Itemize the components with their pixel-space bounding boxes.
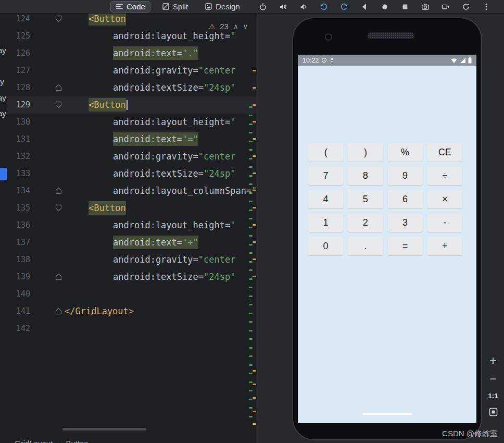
back-button[interactable] (360, 2, 369, 11)
code-token-attr: android:gravity= (113, 65, 198, 76)
line-number: 131 (7, 131, 30, 148)
tab-split[interactable]: Split (157, 1, 193, 13)
calc-button--[interactable]: - (427, 214, 462, 232)
line-number: 141 (7, 303, 30, 320)
zoom-in-button[interactable]: + (489, 355, 496, 366)
tab-code[interactable]: Code (110, 1, 150, 13)
scroll-marker (249, 175, 253, 177)
warning-count: 23 (220, 22, 229, 31)
fold-marker-icon[interactable] (30, 200, 65, 217)
code-line-140[interactable]: 140 (7, 286, 257, 303)
code-text: android:text="+" (65, 234, 257, 251)
tab-design[interactable]: Design (199, 1, 245, 13)
code-line-137[interactable]: 137android:text="+" (7, 234, 257, 251)
breadcrumb-item-button[interactable]: Button (66, 439, 88, 443)
calc-button-+[interactable]: + (427, 237, 462, 255)
breadcrumb-item-gridlayout[interactable]: GridLayout (15, 439, 53, 443)
status-time: 10:22 (303, 57, 319, 64)
home-button[interactable] (381, 2, 389, 11)
fold-marker-icon[interactable] (30, 303, 65, 320)
view-mode-tabs: Code Split Design (110, 1, 245, 13)
fold-marker-icon[interactable] (30, 79, 65, 96)
calc-button-×[interactable]: × (427, 190, 462, 208)
scroll-marker (253, 411, 256, 412)
code-line-142[interactable]: 142 (7, 320, 257, 337)
calc-button-7[interactable]: 7 (308, 167, 343, 185)
calc-button-.[interactable]: . (348, 237, 383, 255)
gutter (30, 234, 65, 251)
calc-button-CE[interactable]: CE (427, 143, 462, 162)
code-line-133[interactable]: 133android:textSize="24sp" (7, 165, 257, 182)
prev-warning-button[interactable]: ∧ (233, 22, 238, 30)
horizontal-scrollbar[interactable] (62, 428, 146, 430)
calc-button-)[interactable]: ) (348, 143, 383, 162)
scroll-marker (249, 201, 253, 202)
zoom-to-fit-button[interactable] (489, 408, 498, 416)
calc-button-÷[interactable]: ÷ (427, 167, 462, 185)
code-line-136[interactable]: 136android:layout_height=" (7, 217, 257, 234)
overview-button[interactable] (401, 2, 410, 11)
overview-icon (401, 3, 409, 11)
fold-marker-icon[interactable] (30, 14, 65, 28)
code-line-141[interactable]: 141</GridLayout> (7, 303, 257, 320)
calc-button-([interactable]: ( (308, 143, 343, 162)
code-text: android:text="." (65, 45, 257, 62)
calc-button-1[interactable]: 1 (308, 214, 343, 232)
scroll-marker (253, 207, 256, 208)
calc-button-3[interactable]: 3 (388, 214, 423, 232)
calc-button-4[interactable]: 4 (308, 190, 343, 208)
calc-button-%[interactable]: % (388, 143, 423, 162)
code-line-128[interactable]: 128android:textSize="24sp" (7, 79, 257, 96)
camera-button[interactable] (421, 2, 430, 11)
screen-record-icon (442, 3, 450, 11)
scroll-marker (249, 227, 253, 228)
power-button[interactable] (259, 2, 268, 11)
fold-marker-icon[interactable] (30, 182, 65, 200)
volume-up-button[interactable] (279, 2, 288, 11)
inspection-widget[interactable]: ⚠ 23 ∧ ∨ (204, 21, 253, 32)
scroll-marker (249, 261, 253, 263)
code-line-130[interactable]: 130android:layout_height=" (7, 114, 257, 131)
line-number: 125 (7, 28, 30, 45)
scroll-marker (253, 190, 256, 191)
zoom-actual-size-button[interactable]: 1:1 (488, 392, 498, 400)
code-line-132[interactable]: 132android:gravity="center (7, 148, 257, 165)
scroll-marker (249, 364, 253, 366)
code-line-138[interactable]: 138android:gravity="center (7, 251, 257, 268)
more-button[interactable] (482, 2, 491, 11)
device-screen[interactable]: 10:22 (298, 55, 476, 423)
calc-button-2[interactable]: 2 (348, 214, 383, 232)
scroll-marker-strip[interactable] (249, 14, 257, 437)
next-warning-button[interactable]: ∨ (243, 22, 248, 30)
fold-marker-icon[interactable] (30, 96, 65, 114)
code-line-135[interactable]: 135<Button (7, 200, 257, 217)
calc-button-8[interactable]: 8 (348, 167, 383, 185)
calc-button-5[interactable]: 5 (348, 190, 383, 208)
code-line-126[interactable]: 126android:text="." (7, 45, 257, 62)
screen-record-button[interactable] (442, 2, 450, 11)
zoom-out-button[interactable]: − (489, 374, 496, 384)
split-icon (162, 3, 170, 10)
code-line-139[interactable]: 139android:textSize="24sp" (7, 268, 257, 286)
volume-down-button[interactable] (299, 2, 308, 11)
calc-button-=[interactable]: = (388, 237, 423, 255)
code-line-127[interactable]: 127android:gravity="center (7, 62, 257, 79)
snapshots-button[interactable] (462, 2, 471, 11)
code-token-tag: </GridLayout> (65, 306, 134, 316)
code-editor[interactable]: 124<Button125android:layout_height="126a… (7, 14, 257, 437)
code-lines: 124<Button125android:layout_height="126a… (7, 14, 257, 337)
code-line-129[interactable]: 129<Button (7, 96, 257, 114)
code-token-val: "+" (182, 236, 198, 249)
fold-marker-icon[interactable] (30, 268, 65, 286)
code-line-131[interactable]: 131android:text="=" (7, 131, 257, 148)
rotate-right-button[interactable] (340, 2, 349, 11)
scroll-marker (249, 183, 253, 185)
code-token-tag: <Button (89, 98, 126, 112)
calc-button-0[interactable]: 0 (308, 237, 343, 255)
calc-button-6[interactable]: 6 (388, 190, 423, 208)
code-line-134[interactable]: 134android:layout_columnSpan="2" (7, 182, 257, 200)
rotate-left-button[interactable] (320, 2, 329, 11)
code-token-attr: android:gravity= (113, 151, 198, 162)
calc-button-9[interactable]: 9 (388, 167, 423, 185)
navigation-handle[interactable] (362, 413, 412, 415)
